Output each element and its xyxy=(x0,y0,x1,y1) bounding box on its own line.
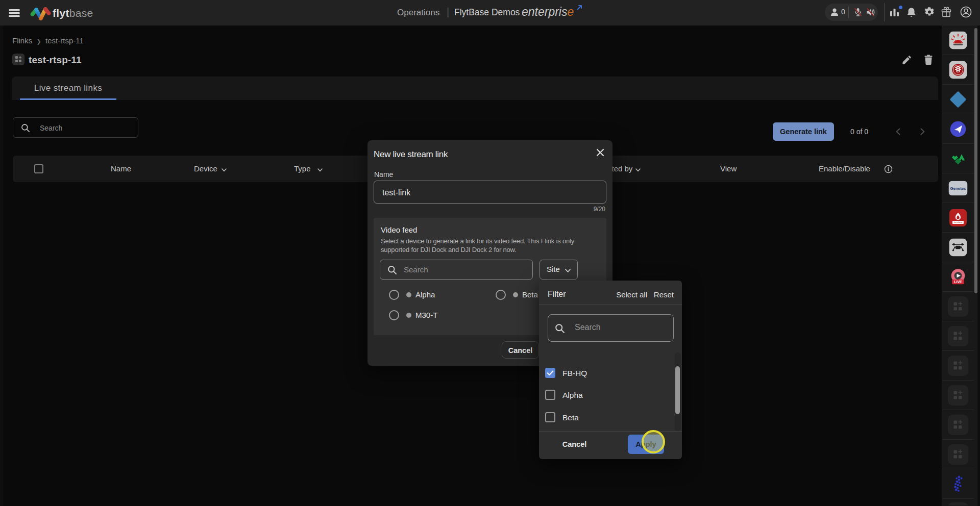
svg-text:Genetec: Genetec xyxy=(950,186,966,190)
svg-text:fire alarm: fire alarm xyxy=(954,221,962,223)
svg-text:LIVE: LIVE xyxy=(954,280,962,284)
